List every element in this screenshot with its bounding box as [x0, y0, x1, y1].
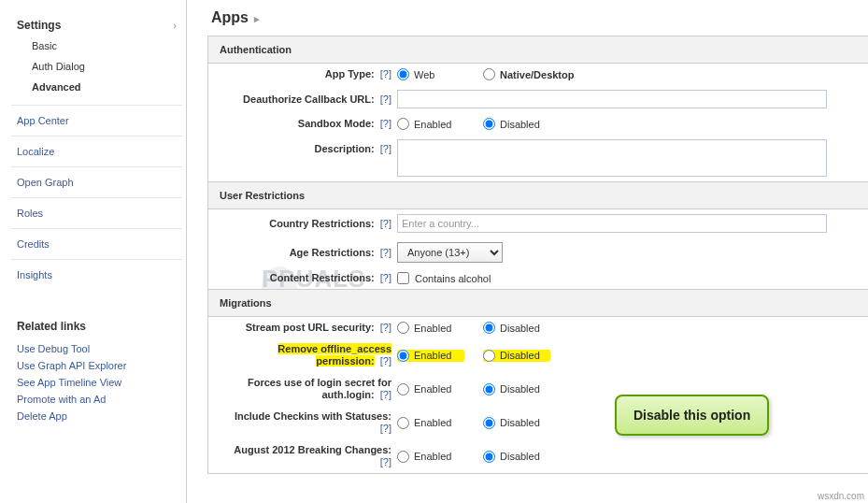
help-icon[interactable]: [?]: [380, 218, 391, 229]
chevron-right-icon: ›: [173, 20, 177, 31]
row-sandbox: Sandbox Mode: [?] Enabled Disabled: [208, 113, 868, 135]
help-icon[interactable]: [?]: [380, 247, 391, 258]
radio-app-type-web[interactable]: Web: [397, 68, 464, 80]
page-title: Apps ▸: [207, 6, 868, 36]
radio-input[interactable]: [397, 451, 409, 463]
radio-migration-disabled[interactable]: Disabled: [483, 451, 550, 463]
section-migrations: Migrations: [208, 289, 868, 317]
radio-input[interactable]: [483, 118, 495, 130]
radio-migration-disabled[interactable]: Disabled: [483, 417, 550, 429]
radio-input[interactable]: [397, 118, 409, 130]
radio-migration-enabled[interactable]: Enabled: [397, 417, 464, 429]
checkbox-contains-alcohol[interactable]: Contains alcohol: [397, 272, 491, 284]
label-sandbox: Sandbox Mode:: [298, 118, 375, 129]
radio-migration-disabled[interactable]: Disabled: [483, 350, 550, 362]
migration-label: Include Checkins with Statuses:: [235, 410, 391, 422]
nav-settings-title[interactable]: Settings ›: [11, 15, 182, 36]
row-description: Description: [?]: [208, 135, 868, 181]
row-age-restrictions: Age Restrictions: [?] Anyone (13+): [208, 237, 868, 267]
row-country-restrictions: Country Restrictions: [?]: [208, 209, 868, 237]
radio-input[interactable]: [483, 417, 495, 429]
settings-panel: PPUALS Authentication App Type: [?] Web …: [207, 36, 868, 474]
nav-link-app-center[interactable]: App Center: [11, 105, 182, 136]
radio-app-type-native[interactable]: Native/Desktop: [483, 68, 574, 80]
label-deauth: Deauthorize Callback URL:: [243, 93, 375, 105]
migration-row: Stream post URL security: [?]EnabledDisa…: [208, 317, 868, 338]
migration-row: Forces use of login secret for auth.logi…: [208, 372, 868, 406]
radio-migration-enabled[interactable]: Enabled: [397, 322, 464, 334]
main-content: Apps ▸ PPUALS Authentication App Type: […: [187, 0, 868, 503]
help-icon[interactable]: [?]: [380, 423, 391, 434]
row-deauth-url: Deauthorize Callback URL: [?]: [208, 85, 868, 113]
radio-input[interactable]: [397, 417, 409, 429]
radio-input[interactable]: [483, 451, 495, 463]
footer-watermark: wsxdn.com: [818, 491, 864, 501]
related-link[interactable]: Delete App: [11, 408, 182, 424]
radio-migration-enabled[interactable]: Enabled: [397, 383, 464, 395]
label-age: Age Restrictions:: [290, 247, 375, 258]
radio-input[interactable]: [483, 383, 495, 395]
radio-input[interactable]: [397, 350, 409, 362]
help-icon[interactable]: [?]: [380, 68, 391, 79]
radio-input[interactable]: [483, 68, 495, 80]
migration-label: Forces use of login secret for auth.logi…: [248, 377, 391, 400]
radio-input[interactable]: [397, 68, 409, 80]
checkbox-input[interactable]: [397, 272, 409, 284]
radio-migration-disabled[interactable]: Disabled: [483, 322, 550, 334]
nav-link-credits[interactable]: Credits: [11, 228, 182, 259]
label-app-type: App Type:: [325, 68, 375, 79]
row-content-restrictions: Content Restrictions: [?] Contains alcoh…: [208, 267, 868, 289]
row-app-type: App Type: [?] Web Native/Desktop: [208, 64, 868, 85]
radio-migration-enabled[interactable]: Enabled: [397, 451, 464, 463]
nav-settings-label: Settings: [17, 19, 61, 32]
section-user-restrictions: User Restrictions: [208, 181, 868, 209]
nav-sub-basic[interactable]: Basic: [11, 36, 182, 56]
help-icon[interactable]: [?]: [380, 322, 391, 333]
section-authentication: Authentication: [208, 36, 868, 64]
related-link[interactable]: Promote with an Ad: [11, 391, 182, 408]
help-icon[interactable]: [?]: [380, 389, 391, 400]
nav-sub-auth-dialog[interactable]: Auth Dialog: [11, 56, 182, 77]
label-description: Description:: [315, 143, 375, 154]
nav-link-insights[interactable]: Insights: [11, 259, 182, 290]
migration-label: Stream post URL security:: [246, 322, 375, 333]
radio-input[interactable]: [483, 322, 495, 334]
sidebar: Settings › BasicAuth DialogAdvanced App …: [0, 0, 182, 503]
nav-settings-section: Settings › BasicAuth DialogAdvanced: [11, 7, 182, 105]
radio-migration-disabled[interactable]: Disabled: [483, 383, 550, 395]
related-link[interactable]: Use Debug Tool: [11, 340, 182, 357]
label-country: Country Restrictions:: [269, 218, 374, 229]
nav-sub-advanced[interactable]: Advanced: [11, 77, 182, 97]
page-title-text: Apps: [211, 9, 249, 25]
country-input[interactable]: [397, 214, 827, 233]
help-icon[interactable]: [?]: [380, 456, 391, 467]
label-content: Content Restrictions:: [270, 272, 375, 283]
migration-label: August 2012 Breaking Changes:: [234, 444, 391, 455]
help-icon[interactable]: [?]: [380, 272, 391, 283]
help-icon[interactable]: [?]: [380, 355, 391, 366]
migration-row: Include Checkins with Statuses: [?]Enabl…: [208, 406, 868, 439]
nav-link-roles[interactable]: Roles: [11, 197, 182, 228]
description-input[interactable]: [397, 139, 827, 177]
related-link[interactable]: Use Graph API Explorer: [11, 357, 182, 374]
radio-input[interactable]: [397, 383, 409, 395]
help-icon[interactable]: [?]: [380, 143, 391, 154]
related-links-title: Related links: [11, 309, 182, 340]
migration-row: Remove offline_access permission: [?]Ena…: [208, 338, 868, 372]
related-link[interactable]: See App Timeline View: [11, 374, 182, 391]
nav-link-localize[interactable]: Localize: [11, 136, 182, 166]
radio-input[interactable]: [397, 322, 409, 334]
radio-input[interactable]: [483, 350, 495, 362]
deauth-url-input[interactable]: [397, 90, 827, 108]
migration-label: Remove offline_access permission:: [277, 343, 391, 366]
age-select[interactable]: Anyone (13+): [397, 242, 503, 263]
migration-row: August 2012 Breaking Changes: [?]Enabled…: [208, 439, 868, 473]
nav-link-open-graph[interactable]: Open Graph: [11, 166, 182, 197]
help-icon[interactable]: [?]: [380, 93, 391, 105]
radio-sandbox-enabled[interactable]: Enabled: [397, 118, 464, 130]
breadcrumb-arrow-icon: ▸: [254, 13, 260, 24]
radio-sandbox-disabled[interactable]: Disabled: [483, 118, 550, 130]
radio-migration-enabled[interactable]: Enabled: [397, 350, 464, 362]
help-icon[interactable]: [?]: [380, 118, 391, 129]
